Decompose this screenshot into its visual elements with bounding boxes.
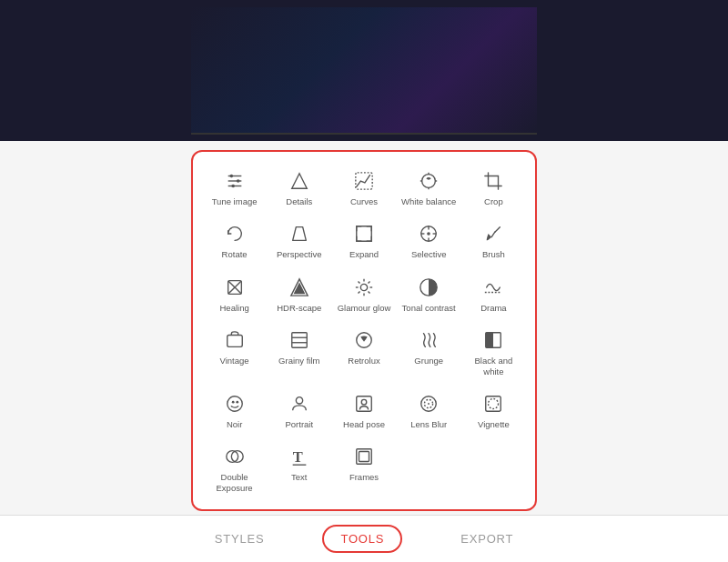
tool-noir[interactable]: Noir <box>202 386 267 435</box>
svg-marker-13 <box>292 227 306 241</box>
tool-frames[interactable]: Frames <box>331 438 396 498</box>
retrolux-label: Retrolux <box>348 356 379 366</box>
selective-icon <box>419 221 439 246</box>
rotate-icon <box>225 221 245 246</box>
svg-text:T: T <box>292 449 302 467</box>
grainy-film-icon <box>289 327 309 353</box>
svg-point-50 <box>428 403 430 405</box>
white-balance-icon <box>419 168 439 194</box>
portrait-label: Portrait <box>285 419 313 429</box>
glamour-glow-icon <box>354 275 374 300</box>
tool-curves[interactable]: Curves <box>331 163 396 212</box>
svg-line-32 <box>368 291 369 293</box>
tool-tune-image[interactable]: Tune image <box>202 163 267 212</box>
svg-point-3 <box>229 175 233 178</box>
svg-rect-46 <box>357 396 372 412</box>
svg-point-4 <box>236 179 239 183</box>
tab-tools[interactable]: TOOLS <box>322 525 402 553</box>
tool-tonal-contrast[interactable]: Tonal contrast <box>397 269 461 318</box>
tool-retrolux[interactable]: Retrolux <box>331 322 396 382</box>
curves-icon <box>354 168 374 194</box>
drama-icon <box>483 275 503 300</box>
healing-icon <box>225 275 245 300</box>
svg-point-44 <box>236 401 238 404</box>
tool-vignette[interactable]: Vignette <box>461 386 526 435</box>
retrolux-icon <box>354 327 374 353</box>
tonal-contrast-label: Tonal contrast <box>402 303 456 313</box>
hdr-scape-label: HDR-scape <box>277 303 321 313</box>
svg-point-43 <box>231 401 234 404</box>
drama-label: Drama <box>480 303 507 313</box>
svg-line-31 <box>358 281 359 283</box>
vintage-icon <box>225 327 245 353</box>
tool-black-and-white[interactable]: Black and white <box>461 322 526 382</box>
svg-point-52 <box>489 398 499 408</box>
tool-details[interactable]: Details <box>267 163 331 212</box>
lens-blur-label: Lens Blur <box>410 419 447 429</box>
svg-line-34 <box>368 281 369 283</box>
tool-text[interactable]: TText <box>267 438 331 498</box>
tools-panel: Tune imageDetailsCurvesWhite balanceCrop… <box>191 150 537 511</box>
tool-grainy-film[interactable]: Grainy film <box>267 322 331 382</box>
tool-glamour-glow[interactable]: Glamour glow <box>331 269 396 318</box>
vintage-label: Vintage <box>220 356 249 366</box>
perspective-label: Perspective <box>277 249 322 259</box>
preview-image <box>191 7 537 135</box>
head-pose-icon <box>354 391 374 416</box>
crop-label: Crop <box>484 196 503 206</box>
frames-icon <box>354 444 374 469</box>
grainy-film-label: Grainy film <box>278 356 319 366</box>
tool-double-exposure[interactable]: Double Exposure <box>202 438 267 498</box>
tab-styles[interactable]: STYLES <box>211 525 268 553</box>
noir-icon <box>225 391 245 416</box>
vignette-icon <box>483 391 503 416</box>
tool-crop[interactable]: Crop <box>461 163 526 212</box>
tool-lens-blur[interactable]: Lens Blur <box>397 386 461 435</box>
svg-point-5 <box>231 185 235 188</box>
tool-grunge[interactable]: Grunge <box>397 322 461 382</box>
tool-perspective[interactable]: Perspective <box>267 216 331 265</box>
bottom-tabs: STYLESTOOLSEXPORT <box>0 515 728 562</box>
tool-brush[interactable]: Brush <box>461 216 526 265</box>
tool-selective[interactable]: Selective <box>397 216 461 265</box>
svg-line-33 <box>358 291 359 293</box>
tool-vintage[interactable]: Vintage <box>202 322 267 382</box>
double-exposure-icon <box>225 444 245 469</box>
tool-head-pose[interactable]: Head pose <box>331 386 396 435</box>
tool-hdr-scape[interactable]: HDR-scape <box>267 269 331 318</box>
expand-label: Expand <box>349 249 379 259</box>
expand-icon <box>354 221 374 246</box>
lens-blur-icon <box>419 391 439 416</box>
selective-label: Selective <box>411 249 447 259</box>
tool-portrait[interactable]: Portrait <box>267 386 331 435</box>
svg-point-16 <box>427 233 430 236</box>
brush-label: Brush <box>482 249 505 259</box>
text-icon: T <box>289 444 309 469</box>
details-label: Details <box>286 196 312 206</box>
glamour-glow-label: Glamour glow <box>338 303 391 313</box>
rotate-label: Rotate <box>222 249 248 259</box>
tool-expand[interactable]: Expand <box>331 216 396 265</box>
crop-icon <box>483 168 503 194</box>
image-preview <box>0 0 728 141</box>
svg-point-8 <box>422 175 436 188</box>
tonal-contrast-icon <box>419 275 439 300</box>
svg-point-45 <box>296 397 302 404</box>
tool-drama[interactable]: Drama <box>461 269 526 318</box>
tool-healing[interactable]: Healing <box>202 269 267 318</box>
svg-rect-37 <box>292 333 308 348</box>
svg-rect-58 <box>359 452 369 462</box>
brush-icon <box>483 221 503 246</box>
hdr-scape-icon <box>289 275 309 300</box>
grunge-icon <box>419 327 439 353</box>
tool-rotate[interactable]: Rotate <box>202 216 267 265</box>
perspective-icon <box>289 221 309 246</box>
tool-white-balance[interactable]: White balance <box>397 163 461 212</box>
svg-point-26 <box>360 284 367 290</box>
tab-export[interactable]: EXPORT <box>457 525 517 553</box>
healing-label: Healing <box>219 303 248 313</box>
svg-rect-36 <box>227 336 242 347</box>
curves-label: Curves <box>350 196 378 206</box>
noir-label: Noir <box>227 419 242 429</box>
frames-label: Frames <box>349 472 379 482</box>
